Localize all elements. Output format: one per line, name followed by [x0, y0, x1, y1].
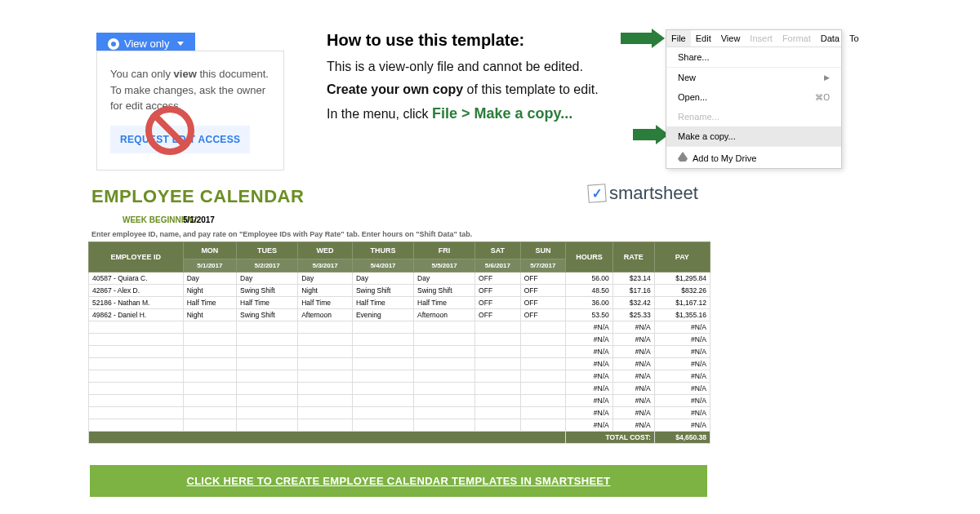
cell-shift[interactable]: Half Time — [183, 297, 236, 309]
table-row[interactable]: #N/A#N/A#N/A — [89, 321, 710, 334]
cell-na: #N/A — [654, 358, 710, 370]
cell-shift[interactable]: Day — [237, 273, 298, 285]
table-row[interactable]: #N/A#N/A#N/A — [89, 419, 710, 432]
cell-shift[interactable]: Day — [298, 273, 353, 285]
table-row[interactable]: #N/A#N/A#N/A — [89, 407, 710, 419]
cell-pay[interactable]: $832.26 — [654, 285, 710, 297]
info-text: To make changes, ask the owner for edit … — [110, 82, 270, 114]
cell-empid[interactable]: 49862 - Daniel H. — [89, 309, 184, 321]
cell-hours[interactable]: 36.00 — [566, 297, 613, 309]
cell-hours[interactable]: 48.50 — [566, 285, 613, 297]
cell-shift[interactable]: Afternoon — [414, 309, 475, 321]
cell-shift[interactable]: Day — [352, 273, 413, 285]
cell-shift[interactable]: Night — [183, 309, 236, 321]
table-row[interactable]: #N/A#N/A#N/A — [89, 395, 710, 407]
cell-shift[interactable]: OFF — [475, 273, 521, 285]
cell-shift[interactable]: Swing Shift — [237, 285, 298, 297]
cell-na: #N/A — [654, 321, 710, 334]
cell-shift[interactable]: OFF — [520, 297, 566, 309]
table-row[interactable]: 42867 - Alex D.NightSwing ShiftNightSwin… — [89, 285, 710, 297]
cell-shift[interactable]: OFF — [520, 273, 566, 285]
cell-shift[interactable]: Swing Shift — [237, 309, 298, 321]
table-row[interactable]: #N/A#N/A#N/A — [89, 346, 710, 358]
menu-edit[interactable]: Edit — [691, 30, 716, 47]
cell-rate[interactable]: $25.33 — [612, 309, 654, 321]
menu-item-open[interactable]: Open...⌘O — [666, 87, 841, 107]
cell-na: #N/A — [654, 383, 710, 395]
cell-na: #N/A — [566, 383, 613, 395]
cell-shift[interactable]: Half Time — [298, 297, 353, 309]
col-sun: SUN — [520, 242, 566, 259]
cell-shift[interactable]: Half Time — [414, 297, 475, 309]
table-row[interactable]: #N/A#N/A#N/A — [89, 358, 710, 370]
col-mon: MON — [183, 242, 236, 259]
cell-shift[interactable]: Swing Shift — [352, 285, 413, 297]
cell-pay[interactable]: $1,355.16 — [654, 309, 710, 321]
menu-item-add-drive[interactable]: Add to My Drive — [666, 147, 841, 168]
menu-path-text: File > Make a copy... — [432, 105, 572, 122]
cell-na: #N/A — [566, 395, 613, 407]
table-row[interactable]: 49862 - Daniel H.NightSwing ShiftAfterno… — [89, 309, 710, 321]
total-label: TOTAL COST: — [566, 432, 655, 444]
col-thu: THURS — [352, 242, 413, 259]
cell-shift[interactable]: Half Time — [352, 297, 413, 309]
drive-icon — [678, 152, 688, 162]
table-row[interactable]: #N/A#N/A#N/A — [89, 370, 710, 383]
instructions-line: In the menu, click File > Make a copy... — [327, 105, 653, 122]
menu-item-make-copy[interactable]: Make a copy... — [666, 126, 841, 146]
cell-na: #N/A — [612, 407, 654, 419]
cta-banner-link[interactable]: CLICK HERE TO CREATE EMPLOYEE CALENDAR T… — [90, 465, 707, 497]
cell-shift[interactable]: Night — [183, 285, 236, 297]
cell-empid[interactable]: 40587 - Quiara C. — [89, 273, 184, 285]
cell-hours[interactable]: 56.00 — [566, 273, 613, 285]
table-row[interactable]: 40587 - Quiara C.DayDayDayDayDayOFFOFF56… — [89, 273, 710, 285]
cell-shift[interactable]: OFF — [475, 297, 521, 309]
cell-na: #N/A — [566, 321, 613, 334]
menu-view[interactable]: View — [716, 30, 746, 47]
brand-text: smartsheet — [609, 183, 698, 204]
cell-shift[interactable]: Afternoon — [298, 309, 353, 321]
file-menu-dropdown: File Edit View Insert Format Data To Sha… — [666, 29, 842, 169]
table-row[interactable]: #N/A#N/A#N/A — [89, 383, 710, 395]
cell-shift[interactable]: Day — [414, 273, 475, 285]
cell-shift[interactable]: Day — [183, 273, 236, 285]
cell-hours[interactable]: 53.50 — [566, 309, 613, 321]
cell-na: #N/A — [654, 334, 710, 346]
col-sat: SAT — [475, 242, 521, 259]
cell-pay[interactable]: $1,295.84 — [654, 273, 710, 285]
instructions-line: Create your own copy of this template to… — [327, 82, 653, 97]
chevron-down-icon — [177, 42, 184, 46]
info-text: this document. — [197, 68, 269, 80]
cell-empid[interactable]: 52186 - Nathan M. — [89, 297, 184, 309]
view-only-label: View only — [124, 38, 169, 50]
cell-shift[interactable]: Half Time — [237, 297, 298, 309]
date-header: 5/3/2017 — [298, 259, 353, 273]
info-bold: view — [174, 68, 197, 80]
cell-na: #N/A — [612, 370, 654, 383]
check-icon — [587, 184, 606, 202]
cell-shift[interactable]: OFF — [475, 309, 521, 321]
menu-item-new[interactable]: New▶ — [666, 68, 841, 87]
menu-file[interactable]: File — [666, 30, 691, 47]
cell-shift[interactable]: Swing Shift — [414, 285, 475, 297]
cell-empid[interactable]: 42867 - Alex D. — [89, 285, 184, 297]
cell-rate[interactable]: $17.16 — [612, 285, 654, 297]
cell-shift[interactable]: Evening — [352, 309, 413, 321]
cell-rate[interactable]: $23.14 — [612, 273, 654, 285]
menu-data[interactable]: Data — [816, 30, 844, 47]
cell-shift[interactable]: Night — [298, 285, 353, 297]
table-row[interactable]: #N/A#N/A#N/A — [89, 334, 710, 346]
week-date: 5/1/2017 — [183, 215, 215, 224]
chevron-right-icon: ▶ — [824, 73, 830, 82]
table-row[interactable]: 52186 - Nathan M.Half TimeHalf TimeHalf … — [89, 297, 710, 309]
date-header: 5/7/2017 — [520, 259, 566, 273]
prohibited-icon — [145, 106, 194, 155]
view-info-box: You can only view this document. To make… — [96, 51, 284, 171]
menu-item-share[interactable]: Share... — [666, 47, 841, 67]
cell-rate[interactable]: $32.42 — [612, 297, 654, 309]
cell-shift[interactable]: OFF — [520, 309, 566, 321]
menu-tools[interactable]: To — [844, 30, 864, 47]
cell-pay[interactable]: $1,167.12 — [654, 297, 710, 309]
cell-shift[interactable]: OFF — [475, 285, 521, 297]
cell-shift[interactable]: OFF — [520, 285, 566, 297]
